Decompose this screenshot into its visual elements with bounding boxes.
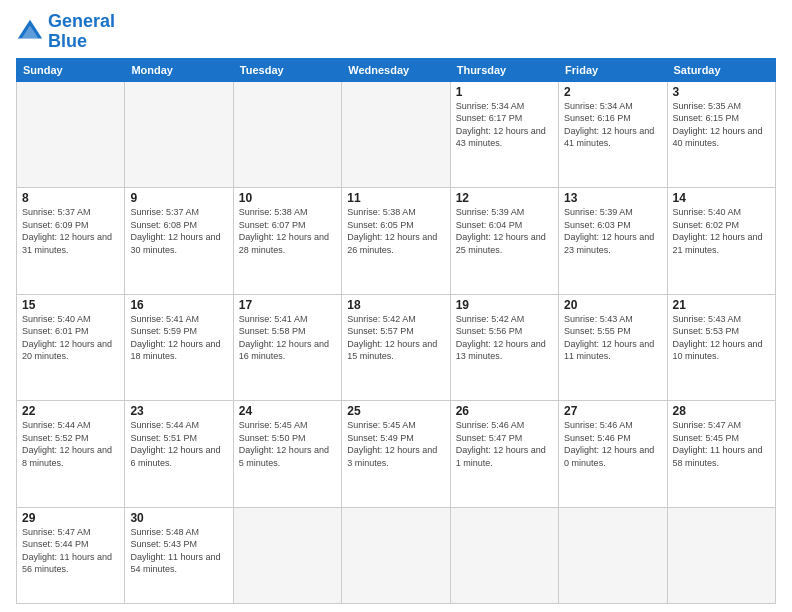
day-detail: Sunrise: 5:42 AMSunset: 5:57 PMDaylight:… [347,314,437,362]
weekday-header-row: SundayMondayTuesdayWednesdayThursdayFrid… [17,58,776,81]
day-number: 18 [347,298,444,312]
day-number: 23 [130,404,227,418]
day-detail: Sunrise: 5:46 AMSunset: 5:46 PMDaylight:… [564,420,654,468]
day-detail: Sunrise: 5:47 AMSunset: 5:44 PMDaylight:… [22,527,112,575]
day-number: 14 [673,191,770,205]
week-row-4: 22 Sunrise: 5:44 AMSunset: 5:52 PMDaylig… [17,401,776,508]
day-number: 17 [239,298,336,312]
week-row-3: 15 Sunrise: 5:40 AMSunset: 6:01 PMDaylig… [17,294,776,401]
empty-cell [450,507,558,603]
day-cell-11: 11 Sunrise: 5:38 AMSunset: 6:05 PMDaylig… [342,188,450,295]
day-cell-29: 29 Sunrise: 5:47 AMSunset: 5:44 PMDaylig… [17,507,125,603]
day-cell-22: 22 Sunrise: 5:44 AMSunset: 5:52 PMDaylig… [17,401,125,508]
empty-cell [342,81,450,188]
day-detail: Sunrise: 5:46 AMSunset: 5:47 PMDaylight:… [456,420,546,468]
day-cell-25: 25 Sunrise: 5:45 AMSunset: 5:49 PMDaylig… [342,401,450,508]
day-detail: Sunrise: 5:39 AMSunset: 6:04 PMDaylight:… [456,207,546,255]
logo-icon [16,18,44,46]
day-number: 28 [673,404,770,418]
logo-text-line1: General [48,12,115,32]
day-cell-3: 3 Sunrise: 5:35 AMSunset: 6:15 PMDayligh… [667,81,775,188]
day-number: 1 [456,85,553,99]
day-number: 12 [456,191,553,205]
day-number: 27 [564,404,661,418]
day-cell-13: 13 Sunrise: 5:39 AMSunset: 6:03 PMDaylig… [559,188,667,295]
calendar-table: SundayMondayTuesdayWednesdayThursdayFrid… [16,58,776,604]
day-cell-26: 26 Sunrise: 5:46 AMSunset: 5:47 PMDaylig… [450,401,558,508]
day-number: 25 [347,404,444,418]
weekday-saturday: Saturday [667,58,775,81]
day-cell-27: 27 Sunrise: 5:46 AMSunset: 5:46 PMDaylig… [559,401,667,508]
day-cell-8: 8 Sunrise: 5:37 AMSunset: 6:09 PMDayligh… [17,188,125,295]
weekday-monday: Monday [125,58,233,81]
day-number: 16 [130,298,227,312]
logo-text-line2: Blue [48,32,115,52]
day-number: 13 [564,191,661,205]
day-number: 2 [564,85,661,99]
day-number: 30 [130,511,227,525]
weekday-thursday: Thursday [450,58,558,81]
day-cell-21: 21 Sunrise: 5:43 AMSunset: 5:53 PMDaylig… [667,294,775,401]
day-cell-2: 2 Sunrise: 5:34 AMSunset: 6:16 PMDayligh… [559,81,667,188]
day-detail: Sunrise: 5:47 AMSunset: 5:45 PMDaylight:… [673,420,763,468]
day-cell-1: 1 Sunrise: 5:34 AMSunset: 6:17 PMDayligh… [450,81,558,188]
day-cell-17: 17 Sunrise: 5:41 AMSunset: 5:58 PMDaylig… [233,294,341,401]
day-cell-23: 23 Sunrise: 5:44 AMSunset: 5:51 PMDaylig… [125,401,233,508]
day-detail: Sunrise: 5:44 AMSunset: 5:52 PMDaylight:… [22,420,112,468]
empty-cell [125,81,233,188]
day-cell-20: 20 Sunrise: 5:43 AMSunset: 5:55 PMDaylig… [559,294,667,401]
weekday-tuesday: Tuesday [233,58,341,81]
day-detail: Sunrise: 5:39 AMSunset: 6:03 PMDaylight:… [564,207,654,255]
empty-cell [667,507,775,603]
day-cell-28: 28 Sunrise: 5:47 AMSunset: 5:45 PMDaylig… [667,401,775,508]
day-detail: Sunrise: 5:44 AMSunset: 5:51 PMDaylight:… [130,420,220,468]
day-number: 20 [564,298,661,312]
day-detail: Sunrise: 5:43 AMSunset: 5:53 PMDaylight:… [673,314,763,362]
day-detail: Sunrise: 5:35 AMSunset: 6:15 PMDaylight:… [673,101,763,149]
day-number: 19 [456,298,553,312]
empty-cell [233,81,341,188]
day-cell-12: 12 Sunrise: 5:39 AMSunset: 6:04 PMDaylig… [450,188,558,295]
day-detail: Sunrise: 5:42 AMSunset: 5:56 PMDaylight:… [456,314,546,362]
day-number: 15 [22,298,119,312]
empty-cell [17,81,125,188]
day-cell-15: 15 Sunrise: 5:40 AMSunset: 6:01 PMDaylig… [17,294,125,401]
page: General Blue SundayMondayTuesdayWednesda… [0,0,792,612]
day-detail: Sunrise: 5:38 AMSunset: 6:07 PMDaylight:… [239,207,329,255]
weekday-friday: Friday [559,58,667,81]
day-detail: Sunrise: 5:41 AMSunset: 5:59 PMDaylight:… [130,314,220,362]
empty-cell [233,507,341,603]
day-number: 21 [673,298,770,312]
day-number: 11 [347,191,444,205]
weekday-wednesday: Wednesday [342,58,450,81]
empty-cell [559,507,667,603]
day-detail: Sunrise: 5:37 AMSunset: 6:08 PMDaylight:… [130,207,220,255]
day-number: 8 [22,191,119,205]
day-detail: Sunrise: 5:34 AMSunset: 6:16 PMDaylight:… [564,101,654,149]
weekday-sunday: Sunday [17,58,125,81]
day-cell-16: 16 Sunrise: 5:41 AMSunset: 5:59 PMDaylig… [125,294,233,401]
week-row-5: 29 Sunrise: 5:47 AMSunset: 5:44 PMDaylig… [17,507,776,603]
day-number: 29 [22,511,119,525]
day-detail: Sunrise: 5:37 AMSunset: 6:09 PMDaylight:… [22,207,112,255]
logo: General Blue [16,12,115,52]
day-detail: Sunrise: 5:38 AMSunset: 6:05 PMDaylight:… [347,207,437,255]
day-cell-18: 18 Sunrise: 5:42 AMSunset: 5:57 PMDaylig… [342,294,450,401]
day-cell-30: 30 Sunrise: 5:48 AMSunset: 5:43 PMDaylig… [125,507,233,603]
header: General Blue [16,12,776,52]
day-number: 22 [22,404,119,418]
day-cell-14: 14 Sunrise: 5:40 AMSunset: 6:02 PMDaylig… [667,188,775,295]
day-detail: Sunrise: 5:45 AMSunset: 5:49 PMDaylight:… [347,420,437,468]
day-number: 26 [456,404,553,418]
day-number: 3 [673,85,770,99]
day-cell-19: 19 Sunrise: 5:42 AMSunset: 5:56 PMDaylig… [450,294,558,401]
day-number: 24 [239,404,336,418]
day-cell-10: 10 Sunrise: 5:38 AMSunset: 6:07 PMDaylig… [233,188,341,295]
day-detail: Sunrise: 5:34 AMSunset: 6:17 PMDaylight:… [456,101,546,149]
empty-cell [342,507,450,603]
day-detail: Sunrise: 5:40 AMSunset: 6:01 PMDaylight:… [22,314,112,362]
week-row-2: 8 Sunrise: 5:37 AMSunset: 6:09 PMDayligh… [17,188,776,295]
week-row-1: 1 Sunrise: 5:34 AMSunset: 6:17 PMDayligh… [17,81,776,188]
day-detail: Sunrise: 5:40 AMSunset: 6:02 PMDaylight:… [673,207,763,255]
day-cell-24: 24 Sunrise: 5:45 AMSunset: 5:50 PMDaylig… [233,401,341,508]
